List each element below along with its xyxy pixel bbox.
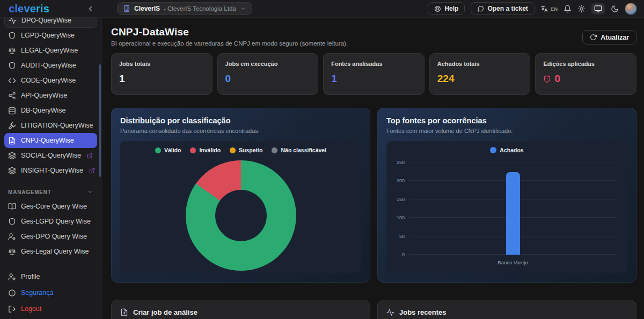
refresh-icon xyxy=(590,34,597,41)
database-icon xyxy=(8,107,16,115)
sidebar-item-ges-dpo-query-wise[interactable]: Ges-DPO Query Wise xyxy=(4,229,97,244)
legend-item-v-lido[interactable]: Válido xyxy=(155,147,181,153)
layers-icon xyxy=(8,167,16,175)
sidebar-item-logout[interactable]: Logout xyxy=(4,301,97,317)
y-axis-tick: 250 xyxy=(397,160,405,165)
legend-item-suspeito[interactable]: Suspeito xyxy=(230,147,262,153)
sidebar-item-seguran-a[interactable]: Segurança xyxy=(4,285,97,301)
legend-item-achados[interactable]: Achados xyxy=(490,147,523,153)
sidebar-item-label: CODE-QueryWise xyxy=(21,77,76,84)
bar-chart-subtitle: Fontes com maior volume de CNPJ identifi… xyxy=(386,128,627,134)
language-button[interactable]: EN xyxy=(540,5,558,13)
shield-icon xyxy=(8,218,16,226)
donut-chart[interactable] xyxy=(186,160,296,271)
app-logo: cleveris xyxy=(9,3,49,14)
refresh-button[interactable]: Atualizar xyxy=(582,30,636,44)
legend-item-n-o-classific-vel[interactable]: Não classificável xyxy=(272,147,326,153)
sidebar: DPO-QueryWiseLGPD-QueryWiseLEGAL-QueryWi… xyxy=(0,18,102,319)
sidebar-item-dpo-querywise[interactable]: DPO-QueryWise xyxy=(4,18,97,28)
charts-row: Distribuição por classificação Panorama … xyxy=(111,108,636,283)
stat-value: 0 xyxy=(225,73,231,85)
bar-banco-varejo[interactable] xyxy=(506,172,520,255)
chevron-left-icon[interactable] xyxy=(86,5,94,13)
bar-chart-panel: Achados 050100150200250Banco Varejo xyxy=(386,141,627,273)
donut-chart-subtitle: Panorama consolidado das ocorrências enc… xyxy=(120,128,361,134)
topbar: cleveris CleverIS - CleverIS Tecnologia … xyxy=(0,0,644,18)
sidebar-item-ges-core-query-wise[interactable]: Ges-Core Query Wise xyxy=(4,199,97,214)
donut-hole xyxy=(215,190,267,241)
stat-label: Edições aplicadas xyxy=(543,61,628,67)
help-button[interactable]: Help xyxy=(428,2,465,15)
sidebar-item-litigation-querywise[interactable]: LITIGATION-QueryWise xyxy=(4,118,97,133)
bell-icon[interactable] xyxy=(564,5,572,13)
page-header-text: CNPJ-DataWise BI operacional e execução … xyxy=(111,26,348,47)
info-circle-icon xyxy=(8,289,16,297)
bottom-card-criar-job-de-an-lise[interactable]: Criar job de análise xyxy=(111,300,370,319)
sidebar-item-social-querywise[interactable]: SOCIAL-QueryWise xyxy=(4,148,97,163)
management-section-header[interactable]: MANAGEMENT xyxy=(4,186,97,198)
legend-dot xyxy=(230,147,236,153)
donut-legend: VálidoInválidoSuspeitoNão classificável xyxy=(120,147,361,153)
book-icon xyxy=(8,203,16,211)
stat-value-row: 1 xyxy=(119,73,204,85)
sidebar-item-label: Logout xyxy=(21,305,41,313)
stat-card-edi-es-aplicadas: Edições aplicadas0 xyxy=(535,53,636,95)
moon-icon[interactable] xyxy=(611,5,619,13)
stat-card-jobs-totais: Jobs totais1 xyxy=(111,53,213,95)
user-avatar[interactable] xyxy=(625,3,637,15)
legend-item-inv-lido[interactable]: Inválido xyxy=(190,147,221,153)
scales-icon xyxy=(8,248,16,256)
activity-icon xyxy=(9,18,17,25)
company-selector[interactable]: CleverIS - CleverIS Tecnologia Ltda xyxy=(117,2,252,15)
legend-dot xyxy=(190,147,196,153)
donut-chart-card: Distribuição por classificação Panorama … xyxy=(111,108,370,283)
bar-chart-title: Top fontes por ocorrências xyxy=(386,116,627,125)
sidebar-item-label: API-QueryWise xyxy=(21,92,67,99)
company-name: CleverIS xyxy=(134,5,160,12)
legend-dot xyxy=(490,147,496,153)
open-ticket-button[interactable]: Open a ticket xyxy=(471,2,534,15)
sidebar-item-code-querywise[interactable]: CODE-QueryWise xyxy=(4,73,97,88)
bar-legend: Achados xyxy=(386,147,627,153)
gavel-icon xyxy=(8,122,16,130)
sidebar-item-insight-querywise[interactable]: INSIGHT-QueryWise xyxy=(4,163,97,178)
sidebar-item-label: AUDIT-QueryWise xyxy=(21,62,76,69)
sidebar-item-label: DB-QueryWise xyxy=(21,107,65,114)
sidebar-item-legal-querywise[interactable]: LEGAL-QueryWise xyxy=(4,43,97,58)
sidebar-item-cnpj-querywise[interactable]: CNPJ-QueryWise xyxy=(4,133,97,148)
stats-row: Jobs totais1Jobs em execução0Fontes anal… xyxy=(111,53,636,95)
bottom-card-jobs-recentes[interactable]: Jobs recentes xyxy=(377,300,636,319)
sidebar-item-label: LITIGATION-QueryWise xyxy=(21,122,93,129)
sidebar-item-label: DPO-QueryWise xyxy=(21,18,71,24)
file-text-icon xyxy=(8,137,16,145)
stat-label: Jobs totais xyxy=(119,61,204,67)
stat-label: Fontes analisadas xyxy=(331,61,416,67)
legend-dot xyxy=(155,147,161,153)
sidebar-item-label: LEGAL-QueryWise xyxy=(21,47,78,54)
sidebar-item-audit-querywise[interactable]: AUDIT-QueryWise xyxy=(4,58,97,73)
sidebar-item-label: INSIGHT-QueryWise xyxy=(21,167,83,174)
sidebar-item-ges-lgpd-query-wise[interactable]: Ges-LGPD Query Wise xyxy=(4,214,97,229)
legend-label: Não classificável xyxy=(281,147,326,153)
page-header: CNPJ-DataWise BI operacional e execução … xyxy=(111,26,636,47)
sidebar-item-lgpd-querywise[interactable]: LGPD-QueryWise xyxy=(4,28,97,43)
management-section-label: MANAGEMENT xyxy=(8,189,52,195)
scales-icon xyxy=(8,47,16,55)
sidebar-item-profile[interactable]: Profile xyxy=(4,269,97,285)
external-link-icon xyxy=(89,168,95,174)
user-gear-icon xyxy=(8,233,16,241)
monitor-icon[interactable] xyxy=(591,3,605,14)
stat-card-achados-totais: Achados totais224 xyxy=(429,53,531,95)
code-icon xyxy=(8,77,16,85)
building-icon xyxy=(123,5,130,12)
sidebar-item-label: Segurança xyxy=(21,289,53,296)
y-axis-tick: 200 xyxy=(397,178,405,183)
sidebar-item-api-querywise[interactable]: API-QueryWise xyxy=(4,88,97,103)
sun-icon[interactable] xyxy=(577,5,586,13)
sidebar-scrollbar[interactable] xyxy=(99,64,101,177)
sidebar-item-ges-legal-query-wise[interactable]: Ges-Legal Query Wise xyxy=(4,244,97,259)
stat-label: Achados totais xyxy=(437,61,523,67)
chevron-down-icon xyxy=(87,189,93,195)
sidebar-item-db-querywise[interactable]: DB-QueryWise xyxy=(4,103,97,118)
topbar-right: Help Open a ticket EN xyxy=(428,2,644,15)
